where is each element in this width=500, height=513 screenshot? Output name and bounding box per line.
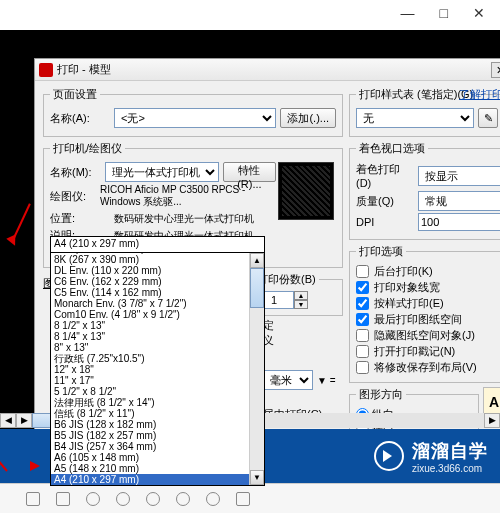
tool-icon-3[interactable] bbox=[86, 492, 100, 506]
quality-label: 质量(Q) bbox=[356, 194, 414, 209]
paper-size-option[interactable]: A4 (210 x 297 mm) bbox=[51, 474, 264, 485]
tool-icon-6[interactable] bbox=[176, 492, 190, 506]
app-window: — □ ✕ 打印 - 模型 ✕ 了解打印 页面设置 名称(A): bbox=[0, 0, 500, 513]
printer-name-label: 名称(M): bbox=[50, 165, 101, 180]
paper-size-option[interactable]: 8" x 13" bbox=[51, 342, 264, 353]
shade-select[interactable]: 按显示 bbox=[418, 166, 500, 186]
scroll-down-button[interactable]: ▼ bbox=[250, 470, 264, 485]
pagesetup-name-select[interactable]: <无> bbox=[114, 108, 276, 128]
paper-size-option[interactable]: 8 1/4" x 13" bbox=[51, 331, 264, 342]
paper-preview: 210 MM bbox=[278, 162, 334, 220]
viewport-group: 着色视口选项 着色打印(D) 按显示 质量(Q) 常规 DPI bbox=[349, 141, 500, 240]
paper-size-option[interactable]: 行政纸 (7.25"x10.5") bbox=[51, 353, 264, 364]
paper-size-option[interactable]: 5 1/2" x 8 1/2" bbox=[51, 386, 264, 397]
paper-size-option[interactable]: 8 1/2" x 13" bbox=[51, 320, 264, 331]
brand-url: zixue.3d66.com bbox=[412, 463, 488, 474]
shade-label: 着色打印(D) bbox=[356, 162, 414, 189]
play-icon bbox=[374, 441, 404, 471]
paper-size-option[interactable]: 信纸 (8 1/2" x 11") bbox=[51, 408, 264, 419]
paper-size-option[interactable]: 8K (267 x 390 mm) bbox=[51, 254, 264, 265]
opt-pslast-checkbox[interactable] bbox=[356, 313, 369, 326]
opt-stamp-label: 打开打印戳记(N) bbox=[374, 344, 455, 359]
paper-size-dropdown[interactable]: A4 (210 x 297 mm) 国标文档尺寸1(210.0 x 297.0毫… bbox=[50, 236, 265, 486]
dialog-close-button[interactable]: ✕ bbox=[491, 62, 500, 78]
paper-size-option[interactable]: C6 Env. (162 x 229 mm) bbox=[51, 276, 264, 287]
dpi-input bbox=[418, 213, 500, 231]
paper-size-option[interactable]: B4 JIS (257 x 364 mm) bbox=[51, 441, 264, 452]
paper-size-list[interactable]: 国标文档尺寸1(210.0 x 297.0毫米)国标文档尺寸2(210.0 x … bbox=[51, 253, 264, 485]
dialog-titlebar[interactable]: 打印 - 模型 ✕ bbox=[35, 59, 500, 81]
paper-size-option[interactable]: A5 (148 x 210 mm) bbox=[51, 463, 264, 474]
viewport-legend: 着色视口选项 bbox=[356, 141, 428, 156]
tool-icon-1[interactable] bbox=[26, 492, 40, 506]
tool-icon-5[interactable] bbox=[146, 492, 160, 506]
page-setup-legend: 页面设置 bbox=[50, 87, 100, 102]
printer-props-button[interactable]: 特性(R)... bbox=[223, 162, 276, 182]
hscroll-left[interactable]: ◀ bbox=[0, 413, 16, 428]
orientation-legend: 图形方向 bbox=[356, 387, 406, 402]
paper-size-option[interactable]: 12" x 18" bbox=[51, 364, 264, 375]
plotter-label: 绘图仪: bbox=[50, 189, 96, 204]
location-label: 位置: bbox=[50, 211, 110, 226]
quality-select[interactable]: 常规 bbox=[418, 191, 500, 211]
paper-size-option[interactable]: A6 (105 x 148 mm) bbox=[51, 452, 264, 463]
paper-size-option[interactable]: 法律用纸 (8 1/2" x 14") bbox=[51, 397, 264, 408]
outer-titlebar: — □ ✕ bbox=[0, 0, 500, 30]
scroll-track[interactable] bbox=[250, 308, 264, 470]
pagesetup-name-label: 名称(A): bbox=[50, 111, 110, 126]
copies-down[interactable]: ▼ bbox=[294, 300, 308, 309]
opt-bg-label: 后台打印(K) bbox=[374, 264, 433, 279]
unit-select[interactable]: 毫米 bbox=[263, 370, 313, 390]
print-options-legend: 打印选项 bbox=[356, 244, 406, 259]
tool-icon-2[interactable] bbox=[56, 492, 70, 506]
pagesetup-add-button[interactable]: 添加(.)... bbox=[280, 108, 336, 128]
brand-name: 溜溜自学 bbox=[412, 439, 488, 463]
printer-legend: 打印机/绘图仪 bbox=[50, 141, 125, 156]
opt-save-label: 将修改保存到布局(V) bbox=[374, 360, 477, 375]
hscroll-right2[interactable]: ▶ bbox=[484, 413, 500, 428]
paper-preview-label: 210 MM bbox=[279, 165, 333, 172]
page-setup-group: 页面设置 名称(A): <无> 添加(.)... bbox=[43, 87, 343, 137]
plotstyle-edit-button[interactable]: ✎ bbox=[478, 108, 498, 128]
outer-max-button[interactable]: □ bbox=[440, 5, 448, 21]
outer-min-button[interactable]: — bbox=[401, 5, 415, 21]
paper-size-option[interactable]: 11" x 17" bbox=[51, 375, 264, 386]
app-icon bbox=[39, 63, 53, 77]
tool-icon-7[interactable] bbox=[206, 492, 220, 506]
bottom-toolbar bbox=[0, 483, 500, 513]
opt-pslast-label: 最后打印图纸空间 bbox=[374, 312, 462, 327]
location-value: 数码研发中心理光一体式打印机 bbox=[114, 212, 254, 226]
def-fragment: 定义 bbox=[263, 318, 281, 348]
copies-up[interactable]: ▲ bbox=[294, 291, 308, 300]
dialog-title: 打印 - 模型 bbox=[57, 62, 111, 77]
outer-close-button[interactable]: ✕ bbox=[473, 5, 485, 21]
paper-size-option[interactable]: Com10 Env. (4 1/8" x 9 1/2") bbox=[51, 309, 264, 320]
paper-size-option[interactable]: DL Env. (110 x 220 mm) bbox=[51, 265, 264, 276]
dropdown-scrollbar[interactable]: ▲ ▼ bbox=[249, 253, 264, 485]
scroll-up-button[interactable]: ▲ bbox=[250, 253, 264, 268]
opt-hideps-label: 隐藏图纸空间对象(J) bbox=[374, 328, 475, 343]
opt-bg-checkbox[interactable] bbox=[356, 265, 369, 278]
paper-size-option[interactable]: Monarch Env. (3 7/8" x 7 1/2") bbox=[51, 298, 264, 309]
opt-lw-checkbox[interactable] bbox=[356, 281, 369, 294]
tool-icon-4[interactable] bbox=[116, 492, 130, 506]
printer-name-select[interactable]: 理光一体式打印机 bbox=[105, 162, 219, 182]
opt-styles-checkbox[interactable] bbox=[356, 297, 369, 310]
tool-icon-8[interactable] bbox=[236, 492, 250, 506]
paper-size-selected[interactable]: A4 (210 x 297 mm) bbox=[51, 237, 264, 253]
plotter-value: RICOH Aficio MP C3500 RPCS - Windows 系统驱… bbox=[100, 184, 276, 209]
paper-size-option[interactable]: B6 JIS (128 x 182 mm) bbox=[51, 419, 264, 430]
paper-size-option[interactable]: C5 Env. (114 x 162 mm) bbox=[51, 287, 264, 298]
opt-stamp-checkbox[interactable] bbox=[356, 345, 369, 358]
hscroll-right[interactable]: ▶ bbox=[16, 413, 32, 428]
help-link[interactable]: 了解打印 bbox=[459, 87, 500, 102]
opt-save-checkbox[interactable] bbox=[356, 361, 369, 374]
plotstyle-select[interactable]: 无 bbox=[356, 108, 474, 128]
print-options-group: 打印选项 后台打印(K) 打印对象线宽 按样式打印(E) 最后打印图纸空间 隐藏… bbox=[349, 244, 500, 383]
paper-size-option[interactable]: B5 JIS (182 x 257 mm) bbox=[51, 430, 264, 441]
dpi-label: DPI bbox=[356, 216, 414, 228]
opt-styles-label: 按样式打印(E) bbox=[374, 296, 444, 311]
scroll-thumb[interactable] bbox=[250, 268, 264, 308]
opt-lw-label: 打印对象线宽 bbox=[374, 280, 440, 295]
opt-hideps-checkbox[interactable] bbox=[356, 329, 369, 342]
